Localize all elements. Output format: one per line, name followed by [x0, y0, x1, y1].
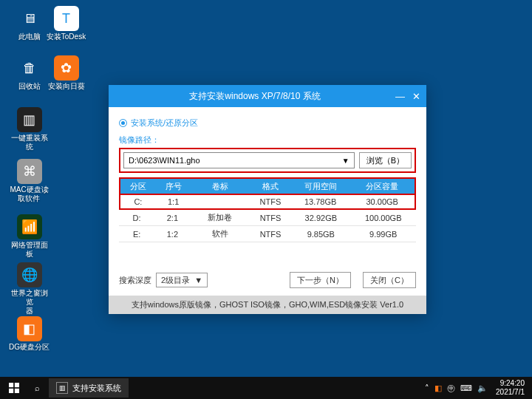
desktop-icon-label: 一键重装系统: [9, 134, 50, 151]
cell-c2: 1:1: [156, 197, 191, 206]
col-label: 卷标: [191, 181, 250, 192]
chevron-down-icon: ▼: [342, 157, 349, 165]
tray-clock[interactable]: 9:24:20 2021/7/1: [493, 379, 528, 397]
desktop-icon-todesk[interactable]: T安装ToDesk: [46, 6, 86, 41]
radio-dot-icon: [214, 119, 222, 127]
tray-app-icon[interactable]: ◧: [434, 383, 442, 393]
cell-c1: E:: [119, 230, 154, 239]
image-path-value: D:\0623\WIN11.gho: [129, 156, 200, 165]
desktop-icon-world-window[interactable]: 🌐世界之窗浏览器: [9, 262, 50, 316]
desktop-icon-one-click-reinstall[interactable]: ▥一键重装系统: [9, 107, 50, 151]
svg-rect-1: [15, 383, 19, 387]
cell-c6: 30.00GB: [349, 197, 415, 206]
desktop-icon-label: 安装向日葵: [48, 82, 85, 91]
world-window-icon: 🌐: [17, 262, 42, 287]
cell-c1: C:: [120, 197, 156, 206]
desktop-icon-label: DG硬盘分区: [9, 343, 50, 352]
window-footer: 支持windows原版镜像，GHOST ISO镜像，GHO,WIM,ESD镜像安…: [109, 296, 426, 314]
cell-c6: 9.99GB: [351, 230, 416, 239]
next-button[interactable]: 下一步（N）: [290, 272, 351, 288]
radio-dot-icon: [119, 119, 127, 127]
cell-c3: 软件: [190, 228, 249, 239]
desktop-icon-dg-partition[interactable]: ◧DG硬盘分区: [9, 316, 50, 352]
cell-c1: D:: [119, 214, 154, 222]
taskbar: ⌕ ▥ 支持安装系统 ˄ ◧ ㊥ ⌨ 🔈 9:24:20 2021/7/1: [0, 377, 532, 399]
col-format: 格式: [250, 181, 291, 192]
this-pc-icon: 🖥: [17, 6, 42, 31]
col-size: 分区容量: [349, 181, 415, 192]
tray-date: 2021/7/1: [496, 388, 525, 397]
table-row[interactable]: C:1:1NTFS13.78GB30.00GB: [119, 194, 416, 210]
desktop-icon-net-manage[interactable]: 📶网络管理面板: [9, 214, 50, 259]
desktop-icon-recycle[interactable]: 🗑回收站: [9, 55, 50, 91]
col-partition: 分区: [120, 181, 156, 192]
table-row[interactable]: E:1:2软件NTFS9.85GB9.99GB: [119, 226, 416, 242]
app-icon: ▥: [56, 382, 68, 394]
sunflower-icon: ✿: [54, 55, 79, 81]
todesk-icon: T: [54, 6, 79, 31]
search-depth-label: 搜索深度: [119, 275, 151, 286]
cell-c6: 100.00GB: [351, 214, 416, 222]
minimize-icon[interactable]: —: [395, 91, 405, 102]
search-depth-value: 2级目录: [161, 275, 190, 286]
radio-install-restore[interactable]: 安装系统/还原分区: [119, 117, 198, 129]
cell-c5: 9.85GB: [291, 230, 350, 239]
taskbar-app-label: 支持安装系统: [72, 383, 121, 394]
desktop-icon-label: 安装ToDesk: [47, 33, 86, 41]
search-depth-select[interactable]: 2级目录 ▼: [156, 273, 208, 287]
path-row-highlight: D:\0623\WIN11.gho ▼ 浏览（B）: [119, 148, 416, 173]
tray-ime-icon[interactable]: ㊥: [447, 383, 455, 394]
titlebar: 支持安装windows XP/7/8/10 系统 — ✕: [109, 85, 426, 107]
tray-keyboard-icon[interactable]: ⌨: [460, 383, 472, 393]
svg-rect-3: [15, 389, 19, 393]
desktop-icon-label: 此电脑: [18, 33, 41, 41]
desktop-icon-label: 世界之窗浏览器: [9, 289, 50, 316]
close-icon[interactable]: ✕: [412, 91, 420, 102]
cell-c5: 32.92GB: [291, 214, 350, 222]
one-click-reinstall-icon: ▥: [17, 107, 42, 132]
table-header: 分区 序号 卷标 格式 可用空间 分区容量: [119, 177, 416, 194]
mac-disk-read-icon: ⌘: [17, 159, 42, 184]
radio-label: 安装系统/还原分区: [131, 117, 198, 129]
cell-c4: NTFS: [250, 197, 291, 206]
desktop-icon-label: 回收站: [18, 82, 41, 91]
svg-rect-0: [9, 383, 13, 387]
cell-c2: 2:1: [154, 214, 190, 222]
desktop-icon-this-pc[interactable]: 🖥此电脑: [9, 6, 50, 41]
svg-rect-2: [9, 389, 13, 393]
cell-c2: 1:2: [154, 230, 190, 239]
window-title: 支持安装windows XP/7/8/10 系统: [115, 90, 395, 103]
desktop-icon-mac-disk-read[interactable]: ⌘MAC硬盘读取软件: [9, 159, 50, 203]
taskbar-app-button[interactable]: ▥ 支持安装系统: [49, 378, 129, 398]
partition-table: 分区 序号 卷标 格式 可用空间 分区容量 C:1:1NTFS13.78GB30…: [119, 177, 416, 242]
recycle-icon: 🗑: [17, 55, 42, 81]
tray-time: 9:24:20: [496, 379, 525, 388]
cell-c4: NTFS: [250, 230, 291, 239]
net-manage-icon: 📶: [17, 214, 42, 239]
col-index: 序号: [156, 181, 191, 192]
desktop-icon-label: 网络管理面板: [9, 241, 50, 259]
desktop-icon-label: MAC硬盘读取软件: [10, 185, 48, 203]
image-path-combobox[interactable]: D:\0623\WIN11.gho ▼: [123, 152, 355, 168]
close-button[interactable]: 关闭（C）: [363, 272, 416, 288]
cell-c4: NTFS: [250, 214, 291, 222]
cell-c5: 13.78GB: [291, 197, 350, 206]
chevron-down-icon: ▼: [194, 276, 202, 284]
radio-label: 备份系统/GHO,WIN,ESD: [226, 117, 316, 129]
browse-button[interactable]: 浏览（B）: [359, 152, 412, 168]
col-free: 可用空间: [291, 181, 350, 192]
start-button[interactable]: [0, 377, 28, 399]
tray-up-icon[interactable]: ˄: [425, 383, 429, 393]
installer-window: 支持安装windows XP/7/8/10 系统 — ✕ 安装系统/还原分区 备…: [109, 85, 426, 314]
desktop-icon-sunflower[interactable]: ✿安装向日葵: [46, 55, 86, 91]
tray-volume-icon[interactable]: 🔈: [477, 383, 488, 393]
windows-icon: [9, 383, 19, 393]
table-row[interactable]: D:2:1新加卷NTFS32.92GB100.00GB: [119, 210, 416, 226]
image-path-label: 镜像路径：: [119, 134, 416, 146]
search-icon[interactable]: ⌕: [28, 383, 46, 392]
cell-c3: 新加卷: [190, 212, 249, 223]
radio-backup[interactable]: 备份系统/GHO,WIN,ESD: [214, 117, 316, 129]
dg-partition-icon: ◧: [17, 316, 42, 341]
